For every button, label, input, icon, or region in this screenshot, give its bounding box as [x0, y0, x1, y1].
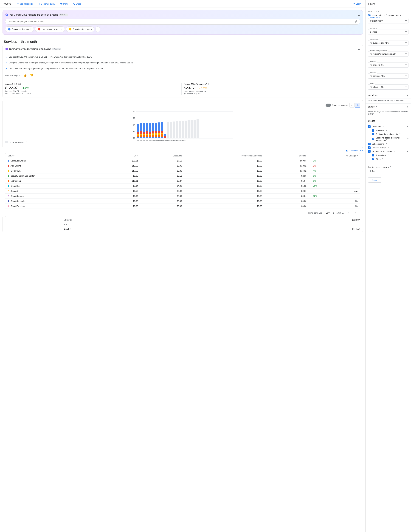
cost-cell: $0.00 — [105, 199, 141, 204]
chart-controls: Show cumulative — [5, 103, 360, 108]
gemini-preview-badge: Preview — [59, 14, 68, 16]
labels-help-icon[interactable]: ? — [375, 105, 377, 108]
promotions-help-icon[interactable]: ? — [394, 150, 395, 153]
other-item: Other ? — [368, 157, 409, 161]
rows-per-page-select[interactable]: 10 25 50 — [325, 211, 330, 214]
labels-expand-icon[interactable]: ∨ — [407, 105, 409, 108]
gemini-collapse-button[interactable]: ∧ — [358, 13, 360, 17]
current-month-select[interactable]: Current month Last month Last 3 months — [368, 18, 409, 23]
summary-header: Summary provided by Gemini Cloud Assist … — [3, 45, 363, 53]
service-name: Support — [10, 190, 18, 192]
folders-select[interactable]: All folders/organizations (28) — [368, 51, 409, 57]
thumbs-down-button[interactable]: 👎 — [29, 73, 34, 78]
discounts-help-icon[interactable]: ? — [382, 125, 383, 128]
download-csv-button[interactable]: Download CSV — [346, 149, 363, 152]
totals-section: Subtotal $122.07 Tax ? — Total ? — [2, 217, 363, 232]
summary-collapse-button[interactable]: ∧ — [358, 47, 360, 51]
discounts-checkbox[interactable] — [368, 125, 371, 128]
subscriptions-checkbox[interactable] — [368, 142, 371, 145]
invoice-charges-help-icon[interactable]: ? — [390, 166, 391, 168]
service-name: Networking — [10, 180, 21, 182]
locations-row[interactable]: Locations ∨ — [365, 92, 411, 99]
metric-value-1: $122.07 — [5, 86, 18, 90]
projects-select-wrapper: Projects All projects (55) — [368, 62, 409, 67]
total-help-icon[interactable]: ? — [70, 228, 72, 231]
totals-table: Subtotal $122.07 Tax ? — Total ? — [3, 217, 363, 232]
toggle-switch[interactable] — [326, 104, 331, 107]
bar-chart-button[interactable] — [355, 103, 360, 108]
skus-select[interactable]: All SKUs (408) — [368, 84, 409, 90]
reseller-help-icon[interactable]: ? — [388, 147, 389, 149]
free-tiers-label: Free tiers — [376, 129, 384, 132]
promotions-sub-checkbox[interactable] — [372, 154, 374, 156]
free-tiers-checkbox[interactable] — [372, 129, 374, 132]
tax-checkbox[interactable] — [368, 170, 371, 172]
subtotal-value: $122.07 — [213, 217, 362, 222]
locations-expand-icon[interactable]: ∨ — [407, 94, 409, 97]
free-tiers-help-icon[interactable]: ? — [386, 129, 387, 132]
see-all-reports-button[interactable]: See all reports — [14, 1, 35, 6]
share-button[interactable]: Share — [71, 1, 83, 6]
chip-projects[interactable]: Projects – this month — [66, 27, 94, 32]
services-select[interactable]: All services (47) — [368, 73, 409, 78]
forecasted-info-icon[interactable]: ? — [26, 141, 27, 143]
service-cell: Networking — [5, 179, 105, 183]
prev-page-button[interactable]: ‹ — [346, 211, 351, 215]
gemini-input-row[interactable] — [5, 19, 360, 25]
learn-button[interactable]: Learn — [351, 1, 363, 6]
other-help-icon[interactable]: ? — [382, 158, 383, 160]
cost-cell: $19.60 — [105, 163, 141, 168]
svg-rect-51 — [167, 122, 169, 138]
generate-query-button[interactable]: Generate query — [36, 1, 57, 6]
service-icon — [8, 185, 9, 187]
line-chart-button[interactable] — [349, 103, 355, 108]
subscriptions-help-icon[interactable]: ? — [386, 143, 387, 145]
reset-button[interactable]: Reset — [368, 177, 381, 183]
subtotal-cell: $18.62 — [264, 163, 309, 168]
usage-date-radio[interactable] — [368, 14, 371, 16]
labels-row[interactable]: Labels ? ∨ — [365, 104, 411, 110]
discounts-cell: -$0.03 — [140, 189, 184, 194]
promotions-checkbox[interactable] — [368, 150, 371, 153]
invoice-charges-label: Invoice level charges — [368, 166, 389, 168]
tax-help-icon[interactable]: ? — [68, 223, 69, 226]
spending-checkbox[interactable] — [372, 138, 374, 140]
sustained-checkbox[interactable] — [372, 133, 374, 135]
thumbs-up-button[interactable]: 👍 — [23, 73, 27, 78]
subaccounts-select[interactable]: All subaccounts (27) — [368, 40, 409, 46]
service-icon — [8, 180, 9, 182]
gemini-input[interactable] — [8, 20, 354, 23]
services-select-wrapper: Services All services (47) — [368, 73, 409, 78]
promotions-expand-icon[interactable]: ∧ — [407, 150, 409, 153]
invoice-month-radio[interactable] — [384, 14, 387, 16]
subscriptions-item: Subscriptions ? — [368, 142, 409, 146]
show-cumulative-toggle[interactable]: Show cumulative — [326, 104, 348, 107]
folders-floating-label: Folders & Organizations — [370, 50, 388, 51]
change-help-icon[interactable]: ? — [356, 155, 358, 157]
svg-rect-36 — [152, 135, 154, 137]
next-page-button[interactable]: › — [353, 211, 358, 215]
spending-help-icon[interactable]: ? — [407, 138, 409, 140]
chip-last-invoice[interactable]: Last invoice by service — [35, 27, 65, 32]
filters-expand-button[interactable]: › — [407, 2, 409, 6]
discounts-expand-icon[interactable]: ∧ — [407, 125, 409, 128]
usage-date-option[interactable]: Usage date — [368, 14, 382, 16]
more-chips-button[interactable]: › — [95, 27, 100, 32]
print-button[interactable]: Print — [58, 1, 69, 6]
subtotal-cell: $80.63 — [264, 158, 309, 163]
group-by-select[interactable]: Service Project SKU — [368, 29, 409, 35]
sustained-help-icon[interactable]: ? — [399, 133, 401, 135]
other-checkbox[interactable] — [372, 158, 374, 160]
invoice-month-option[interactable]: Invoice month — [384, 14, 401, 16]
change-value: 0% — [355, 205, 358, 207]
service-name: Security Command Center — [10, 175, 35, 177]
table-row: Cloud Scheduler $0.00 $0.00 $0.00 $0.00 … — [5, 199, 360, 204]
service-name: App Engine — [10, 165, 21, 167]
invoice-month-label: Invoice month — [388, 14, 401, 16]
reseller-checkbox[interactable] — [368, 146, 371, 149]
forecasted-help-icon[interactable]: ? — [208, 83, 209, 85]
projects-select[interactable]: All projects (55) — [368, 62, 409, 67]
table-row: Cloud Functions $0.00 $0.00 $0.00 $0.00 … — [5, 204, 360, 209]
promotions-sub-help-icon[interactable]: ? — [388, 154, 389, 156]
chip-services[interactable]: Services – this month — [5, 27, 34, 32]
